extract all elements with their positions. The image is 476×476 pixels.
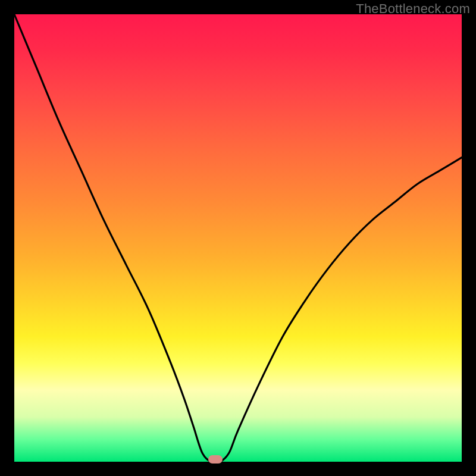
plot-area [14,14,462,462]
chart-frame: TheBottleneck.com [0,0,476,476]
minimum-marker [208,455,223,464]
curve-line [14,14,462,463]
bottleneck-curve [14,14,462,462]
